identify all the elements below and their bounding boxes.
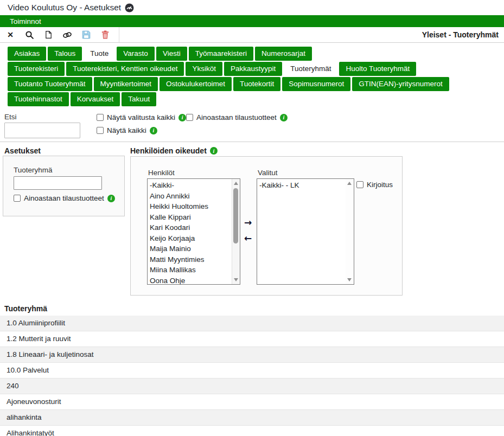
close-icon[interactable]: ✕ xyxy=(5,30,15,40)
order-products-only-label: Ainoastaan tilaustuotteet xyxy=(196,113,277,121)
scroll-thumb[interactable] xyxy=(233,188,238,243)
tab[interactable]: Sopimusnumerot xyxy=(282,77,350,91)
tab[interactable]: Tuoteryhmät xyxy=(284,62,337,76)
context-title: Yleiset - Tuoteryhmät xyxy=(422,30,504,39)
tabs-area: AsiakasTalousTuoteVarastoViestiTyömaarek… xyxy=(0,43,504,108)
link-icon[interactable] xyxy=(62,30,72,40)
list-item[interactable]: Miina Mallikas xyxy=(150,265,230,275)
new-document-icon[interactable] xyxy=(43,30,53,40)
list-item[interactable]: -Kaikki- - LK xyxy=(259,180,344,191)
move-left-button[interactable]: ← xyxy=(244,233,252,243)
toolbar-icon-group: ✕ xyxy=(0,27,119,42)
tab[interactable]: Tuotekortit xyxy=(233,77,280,91)
tab[interactable]: Työmaarekisteri xyxy=(189,47,253,61)
table-row[interactable]: Alihankintatyöt xyxy=(0,426,504,436)
table-row[interactable]: 1.8 Lineaari- ja kuljetinosat xyxy=(0,347,504,363)
tab-row-4: TuotehinnastotKorvauksetTakuut xyxy=(8,92,500,106)
menu-toiminnot[interactable]: Toiminnot xyxy=(0,17,47,25)
tab[interactable]: Takuut xyxy=(122,92,156,106)
page-title: Video Koulutus Oy - Asetukset xyxy=(8,3,121,12)
tab[interactable]: Huolto Tuoteryhmät xyxy=(339,62,416,76)
scroll-down-icon[interactable] xyxy=(234,278,238,281)
tab[interactable]: Pakkaustyypit xyxy=(224,62,282,76)
table-row[interactable]: 10.0 Palvelut xyxy=(0,363,504,379)
tab[interactable]: Tuotehinnastot xyxy=(8,92,69,106)
show-selected-all-checkbox[interactable] xyxy=(97,114,104,121)
table-row[interactable]: Ajoneuvonosturit xyxy=(0,394,504,410)
list-item[interactable]: Kalle Kippari xyxy=(150,212,230,223)
product-group-input[interactable] xyxy=(14,176,102,190)
order-products-only-checkbox[interactable] xyxy=(186,114,193,121)
order-products-only-option: Ainoastaan tilaustuotteet i xyxy=(186,113,288,121)
gauge-icon[interactable] xyxy=(125,3,134,12)
permissions-heading: Henkilöiden oikeudet i xyxy=(130,146,218,155)
table-row[interactable]: 240 xyxy=(0,379,504,394)
move-right-button[interactable]: → xyxy=(244,217,252,228)
info-icon[interactable]: i xyxy=(280,114,288,121)
show-all-option: Näytä kaikki i xyxy=(97,126,157,134)
selected-list-scrollbar[interactable] xyxy=(346,179,354,284)
tab[interactable]: Tuoterekisteri xyxy=(8,62,65,76)
table-rows: 1.0 Alumiiniprofiilit1.2 Mutterit ja ruu… xyxy=(0,316,504,436)
permissions-panel: Henkilöt -Kaikki-Aino AnnikkiHeikki Huol… xyxy=(130,156,403,296)
scroll-up-icon[interactable] xyxy=(347,182,352,185)
tab[interactable]: Myyntikertoimet xyxy=(94,77,158,91)
tab[interactable]: Numerosarjat xyxy=(255,47,312,61)
list-item[interactable]: Heikki Huoltomies xyxy=(150,201,230,212)
tab[interactable]: Korvaukset xyxy=(71,92,120,106)
write-permission-option: Kirjoitus xyxy=(356,181,393,189)
scroll-down-icon[interactable] xyxy=(347,278,352,281)
title-bar: Video Koulutus Oy - Asetukset xyxy=(0,0,504,15)
list-item[interactable]: Keijo Korjaaja xyxy=(150,233,230,244)
list-item[interactable]: Maija Mainio xyxy=(150,243,230,254)
people-listbox[interactable]: -Kaikki-Aino AnnikkiHeikki HuoltomiesKal… xyxy=(147,178,240,285)
trash-icon[interactable] xyxy=(100,30,110,40)
info-icon[interactable]: i xyxy=(107,195,115,202)
tab-row-1: AsiakasTalousTuoteVarastoViestiTyömaarek… xyxy=(8,47,500,61)
people-list-scrollbar[interactable] xyxy=(232,179,240,284)
table-row[interactable]: 1.2 Mutterit ja ruuvit xyxy=(0,331,504,347)
tab[interactable]: Viesti xyxy=(156,47,187,61)
write-permission-label: Kirjoitus xyxy=(367,181,393,189)
settings-order-products-only-checkbox[interactable] xyxy=(14,195,21,202)
settings-panel: Tuoteryhmä Ainoastaan tilaustuotteet i xyxy=(3,156,125,216)
selected-list-label: Valitut xyxy=(258,169,278,177)
settings-order-products-only-label: Ainoastaan tilaustuotteet xyxy=(24,194,104,202)
list-item[interactable]: -Kaikki- xyxy=(150,180,230,191)
save-icon[interactable] xyxy=(81,30,91,40)
table-row[interactable]: alihankinta xyxy=(0,410,504,426)
list-item[interactable]: Kari Koodari xyxy=(150,222,230,233)
settings-heading-label: Asetukset xyxy=(4,146,41,155)
info-icon[interactable]: i xyxy=(150,127,157,134)
tab-row-2: TuoterekisteriTuoterekisteri, Kenttien o… xyxy=(8,62,500,76)
tab[interactable]: Yksiköt xyxy=(186,62,222,76)
tab[interactable]: Asiakas xyxy=(8,47,46,61)
show-selected-all-label: Näytä valitusta kaikki xyxy=(107,113,175,121)
settings-heading: Asetukset xyxy=(4,146,41,155)
show-selected-all-option: Näytä valitusta kaikki i xyxy=(97,113,186,121)
tab[interactable]: GTIN(EAN)-yritysnumerot xyxy=(352,77,449,91)
search-input[interactable] xyxy=(4,123,80,138)
tab-row-3: Tuotanto TuoteryhmätMyyntikertoimetOstok… xyxy=(8,77,500,91)
list-item[interactable]: Matti Myyntimies xyxy=(150,254,230,265)
scroll-up-icon[interactable] xyxy=(234,182,238,185)
tab[interactable]: Tuote xyxy=(84,47,115,61)
product-group-label: Tuoteryhmä xyxy=(14,166,53,174)
tab[interactable]: Ostokulukertoimet xyxy=(160,77,232,91)
list-item[interactable]: Aino Annikki xyxy=(150,191,230,202)
table-row[interactable]: 1.0 Alumiiniprofiilit xyxy=(0,316,504,331)
tab[interactable]: Talous xyxy=(48,47,82,61)
write-permission-checkbox[interactable] xyxy=(356,181,363,188)
tab[interactable]: Varasto xyxy=(117,47,155,61)
show-all-checkbox[interactable] xyxy=(97,127,104,134)
list-item[interactable]: Oona Ohje xyxy=(150,275,230,285)
info-icon[interactable]: i xyxy=(210,147,218,155)
search-icon[interactable] xyxy=(24,30,34,40)
show-all-label: Näytä kaikki xyxy=(107,126,146,134)
filter-area: Etsi Näytä valitusta kaikki i Ainoastaan… xyxy=(0,108,504,142)
selected-listbox[interactable]: -Kaikki- - LK xyxy=(257,178,354,285)
tab[interactable]: Tuoterekisteri, Kenttien oikeudet xyxy=(66,62,184,76)
info-icon[interactable]: i xyxy=(178,114,186,121)
tab[interactable]: Tuotanto Tuoteryhmät xyxy=(8,77,92,91)
permissions-heading-label: Henkilöiden oikeudet xyxy=(130,146,207,155)
